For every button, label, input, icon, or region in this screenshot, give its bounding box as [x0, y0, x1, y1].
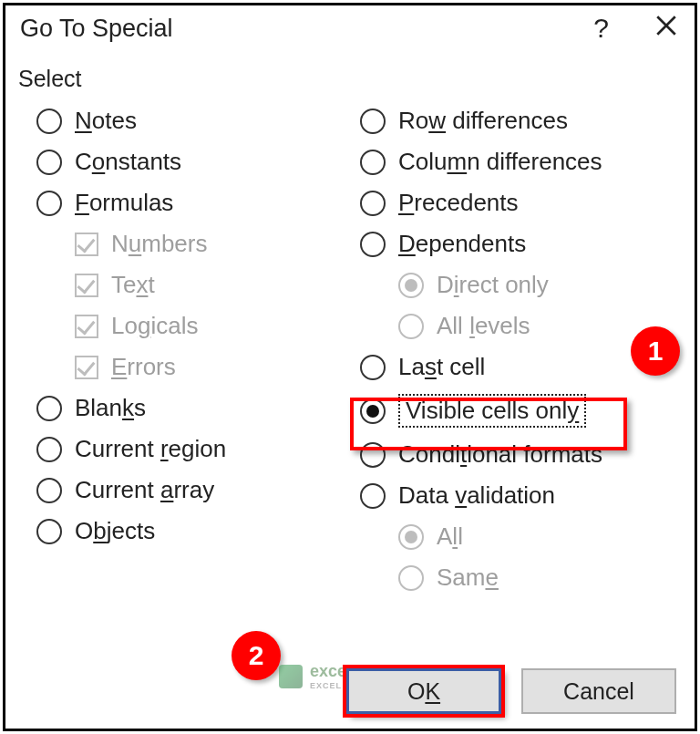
radio-icon: [36, 437, 62, 462]
radio-label: Same: [437, 563, 499, 592]
button-row: OK Cancel: [346, 668, 676, 714]
radio-objects[interactable]: Objects: [36, 517, 353, 545]
radio-icon: [398, 565, 424, 591]
radio-label: Formulas: [75, 189, 173, 217]
options-area: Notes Constants Formulas Numbers Text Lo…: [5, 94, 695, 605]
radio-icon: [360, 191, 386, 216]
radio-icon: [360, 483, 386, 509]
radio-icon: [398, 273, 424, 298]
radio-row-differences[interactable]: Row differences: [360, 107, 676, 135]
radio-label: Conditional formats: [398, 440, 602, 469]
radio-icon: [360, 109, 386, 134]
check-label: Errors: [111, 353, 176, 381]
checkbox-icon: [75, 233, 98, 256]
check-numbers: Numbers: [75, 230, 353, 258]
watermark-icon: [279, 665, 303, 688]
radio-current-region[interactable]: Current region: [36, 435, 353, 463]
left-column: Notes Constants Formulas Numbers Text Lo…: [36, 99, 353, 605]
radio-label: Precedents: [398, 189, 519, 217]
radio-label: Direct only: [437, 271, 549, 299]
radio-icon: [360, 355, 386, 380]
radio-icon: [360, 232, 386, 257]
check-label: Text: [111, 271, 155, 299]
check-label: Numbers: [111, 230, 208, 258]
right-column: Row differences Column differences Prece…: [360, 99, 676, 605]
radio-label: Current region: [75, 435, 226, 463]
radio-icon: [36, 109, 62, 134]
radio-label: Visible cells only: [398, 394, 586, 428]
radio-all: All: [398, 522, 676, 551]
radio-label: Dependents: [398, 230, 526, 258]
radio-label: Last cell: [398, 353, 485, 381]
radio-label: Data validation: [398, 481, 555, 510]
radio-label: Notes: [75, 107, 137, 135]
check-logicals: Logicals: [75, 312, 353, 340]
radio-icon: [36, 396, 62, 421]
check-label: Logicals: [111, 312, 198, 340]
help-button[interactable]: ?: [593, 13, 609, 44]
radio-last-cell[interactable]: Last cell: [360, 353, 676, 381]
checkbox-icon: [75, 274, 98, 297]
radio-same: Same: [398, 563, 676, 592]
radio-icon: [36, 478, 62, 503]
radio-formulas[interactable]: Formulas: [36, 189, 353, 217]
radio-label: Objects: [75, 517, 155, 545]
annotation-badge-1: 1: [631, 326, 680, 376]
close-button[interactable]: [654, 14, 678, 44]
radio-label: Blanks: [75, 394, 146, 422]
radio-icon: [398, 524, 424, 550]
radio-label: Constants: [75, 148, 181, 176]
group-label-select: Select: [5, 49, 695, 94]
radio-current-array[interactable]: Current array: [36, 476, 353, 504]
checkbox-icon: [75, 356, 98, 379]
radio-icon: [36, 150, 62, 175]
radio-icon: [360, 150, 386, 175]
ok-button[interactable]: OK: [346, 668, 501, 714]
radio-notes[interactable]: Notes: [36, 107, 353, 135]
radio-label: Row differences: [398, 107, 568, 135]
radio-label: Column differences: [398, 148, 602, 176]
check-text: Text: [75, 271, 353, 299]
radio-icon: [360, 442, 386, 468]
radio-visible-cells-only[interactable]: Visible cells only: [360, 394, 676, 428]
radio-icon: [36, 191, 62, 216]
radio-data-validation[interactable]: Data validation: [360, 481, 676, 510]
radio-icon: [360, 398, 386, 424]
radio-column-differences[interactable]: Column differences: [360, 148, 676, 176]
radio-dependents[interactable]: Dependents: [360, 230, 676, 258]
radio-constants[interactable]: Constants: [36, 148, 353, 176]
cancel-button[interactable]: Cancel: [521, 668, 676, 714]
button-label: OK: [407, 678, 440, 705]
dialog-title: Go To Special: [20, 15, 173, 43]
radio-direct-only: Direct only: [398, 271, 676, 299]
annotation-badge-2: 2: [232, 631, 281, 680]
goto-special-dialog: Go To Special ? Select Notes Constants F…: [3, 3, 697, 731]
radio-icon: [398, 314, 424, 339]
radio-precedents[interactable]: Precedents: [360, 189, 676, 217]
radio-label: All: [437, 522, 463, 551]
check-errors: Errors: [75, 353, 353, 381]
checkbox-icon: [75, 315, 98, 338]
radio-label: Current array: [75, 476, 214, 504]
radio-label: All levels: [437, 312, 530, 340]
radio-conditional-formats[interactable]: Conditional formats: [360, 440, 676, 469]
radio-icon: [36, 519, 62, 544]
radio-blanks[interactable]: Blanks: [36, 394, 353, 422]
close-icon: [654, 14, 678, 37]
titlebar: Go To Special ?: [5, 5, 695, 49]
